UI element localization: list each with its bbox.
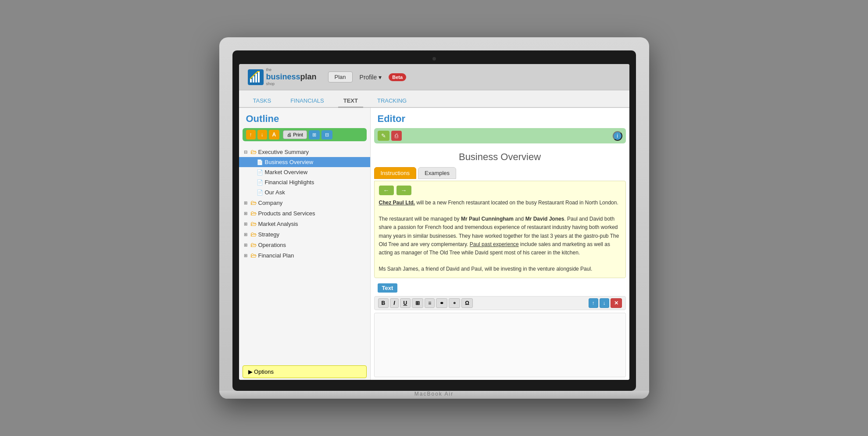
plan-button[interactable]: Plan [328,71,353,82]
underline-button[interactable]: U [400,298,411,308]
outline-copy-button[interactable]: ⊞ [309,130,320,139]
expand-icon: ⊞ [243,200,249,206]
edit-pencil-button[interactable]: ✎ [378,131,389,141]
doc-icon: 📄 [257,169,263,175]
main-layout: Outline ↑ ↓ A 🖨 Print ⊞ ⊟ [239,108,629,380]
expand-icon: ⊞ [243,231,249,237]
tab-examples[interactable]: Examples [418,167,456,179]
doc-icon: 📄 [257,159,263,165]
laptop-container: the businessplan shop Plan Profile ▾ Bet… [219,37,649,399]
beta-badge: Beta [389,73,406,81]
profile-menu[interactable]: Profile ▾ [360,74,382,81]
tree-item-financial-highlights[interactable]: 📄 Financial Highlights [239,177,370,187]
doc-icon: 📄 [257,189,263,196]
svg-rect-2 [253,76,254,82]
tab-tasks[interactable]: TASKS [248,95,277,108]
profile-label: Profile [360,74,377,81]
expand-icon: ⊞ [243,252,249,258]
example-content-box: ← → Chez Paul Ltd. will be a new French … [374,181,626,278]
special-char-button[interactable]: Ω [461,298,473,308]
document-title: Business Overview [371,147,629,167]
tree-item-financial-plan[interactable]: ⊞ 🗁 Financial Plan [239,250,370,261]
collapse-icon: ⊟ [243,149,249,155]
profile-arrow-icon: ▾ [379,74,382,81]
editor-toolbar-left: ✎ ⎙ [378,131,402,141]
doc-icon: 📄 [257,179,263,186]
bold-button[interactable]: B [378,298,389,308]
outline-title: Outline [239,108,370,128]
expand-icon: ⊞ [243,210,249,216]
info-button[interactable]: i [613,131,622,141]
printer-icon: 🖨 [287,132,292,137]
tree-item-market-analysis[interactable]: ⊞ 🗁 Market Analysis [239,218,370,229]
tree-item-operations[interactable]: ⊞ 🗁 Operations [239,239,370,250]
outline-panel: Outline ↑ ↓ A 🖨 Print ⊞ ⊟ [239,108,371,380]
tab-instructions[interactable]: Instructions [374,167,416,179]
outline-tree: ⊟ 🗁 Executive Summary 📄 Business Overvie… [239,145,370,364]
svg-rect-1 [250,79,252,82]
folder-icon: 🗁 [250,148,257,155]
tree-item-company[interactable]: ⊞ 🗁 Company [239,197,370,208]
text-editor-toolbar: B I U ⊞ ≡ ⚭ ⚬ Ω ↑ ↓ ✕ [374,296,626,310]
folder-icon: 🗁 [250,252,257,259]
text-formatting-buttons: B I U ⊞ ≡ ⚭ ⚬ Ω [378,298,473,308]
outline-move-up-button[interactable]: ↑ [246,130,256,139]
folder-icon: 🗁 [250,199,257,206]
delete-text-button[interactable]: ✕ [611,298,622,308]
screen: the businessplan shop Plan Profile ▾ Bet… [239,64,629,380]
link-button[interactable]: ⚭ [436,298,447,308]
editor-title: Editor [371,108,629,128]
prev-example-button[interactable]: ← [379,186,394,195]
folder-icon: 🗁 [250,241,257,248]
example-paragraph-1: Chez Paul Ltd. will be a new French rest… [379,199,621,207]
top-navigation: the businessplan shop Plan Profile ▾ Bet… [239,64,629,90]
unlink-button[interactable]: ⚬ [449,298,460,308]
laptop-base: MacBook Air [219,391,649,399]
logo-text: the businessplan shop [266,68,317,86]
tree-item-our-ask[interactable]: 📄 Our Ask [239,187,370,197]
outline-move-down-button[interactable]: ↓ [257,130,267,139]
indent-increase-button[interactable]: ↑ [589,298,598,308]
text-indent-buttons: ↑ ↓ ✕ [589,298,622,308]
logo-icon [248,69,264,85]
editor-content-tabs: Instructions Examples [374,167,626,179]
expand-icon: ⊞ [243,242,249,248]
editor-panel: Editor ✎ ⎙ i Business Overview Instructi… [371,108,629,380]
tab-text[interactable]: TEXT [338,95,363,108]
outline-paste-button[interactable]: ⊟ [321,130,332,139]
tree-item-executive-summary[interactable]: ⊟ 🗁 Executive Summary [239,147,370,157]
list-button[interactable]: ≡ [425,298,435,308]
italic-button[interactable]: I [390,298,398,308]
webcam-icon [432,57,436,61]
folder-icon: 🗁 [250,231,257,238]
example-navigation: ← → [379,186,621,195]
svg-rect-4 [258,71,260,82]
indent-decrease-button[interactable]: ↓ [600,298,609,308]
text-section-container: Text [374,282,626,294]
folder-icon: 🗁 [250,210,257,217]
export-pdf-button[interactable]: ⎙ [391,131,402,141]
editor-toolbar: ✎ ⎙ i [374,128,626,143]
text-section-label: Text [378,283,398,293]
example-paragraph-2: The restaurant will be managed by Mr Pau… [379,215,621,257]
example-paragraph-3: Ms Sarah James, a friend of David and Pa… [379,265,621,273]
tab-financials[interactable]: FINANCIALS [285,95,329,108]
text-editor-area[interactable] [374,313,626,377]
table-button[interactable]: ⊞ [412,298,423,308]
tree-item-strategy[interactable]: ⊞ 🗁 Strategy [239,229,370,239]
outline-toolbar: ↑ ↓ A 🖨 Print ⊞ ⊟ [243,128,367,141]
tabs-row: TASKS FINANCIALS TEXT TRACKING [239,90,629,108]
tree-item-business-overview[interactable]: 📄 Business Overview [239,157,370,167]
svg-rect-3 [255,74,257,82]
print-button[interactable]: 🖨 Print [283,130,307,139]
tab-tracking[interactable]: TRACKING [372,95,412,108]
expand-icon: ⊞ [243,221,249,227]
logo: the businessplan shop [248,68,317,86]
screen-bezel: the businessplan shop Plan Profile ▾ Bet… [232,50,636,391]
folder-icon: 🗁 [250,220,257,227]
outline-font-button[interactable]: A [269,130,280,139]
tree-item-products-services[interactable]: ⊞ 🗁 Products and Services [239,208,370,218]
tree-item-market-overview[interactable]: 📄 Market Overview [239,167,370,177]
options-bar[interactable]: ▶ Options [243,365,367,378]
next-example-button[interactable]: → [396,186,411,195]
